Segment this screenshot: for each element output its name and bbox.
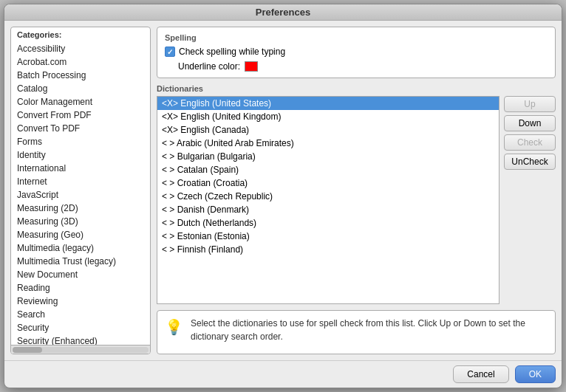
sidebar-item[interactable]: Search xyxy=(11,308,150,321)
sidebar-item[interactable]: Reviewing xyxy=(11,295,150,308)
sidebar-item[interactable]: New Document xyxy=(11,268,150,281)
dict-inner: <X> English (United States)<X> English (… xyxy=(157,96,556,304)
sidebar-item[interactable]: Forms xyxy=(11,135,150,148)
dict-list[interactable]: <X> English (United States)<X> English (… xyxy=(157,97,499,303)
sidebar-item[interactable]: Convert To PDF xyxy=(11,122,150,135)
underline-color-row: Underline color: xyxy=(178,61,548,72)
sidebar-item[interactable]: Measuring (Geo) xyxy=(11,228,150,241)
sidebar-item[interactable]: Internet xyxy=(11,175,150,188)
footer: Cancel OK xyxy=(4,360,562,388)
cancel-button[interactable]: Cancel xyxy=(453,365,508,383)
sidebar-item[interactable]: Security (Enhanced) xyxy=(11,334,150,345)
down-button[interactable]: Down xyxy=(504,115,556,131)
sidebar-item[interactable]: Multimedia (legacy) xyxy=(11,241,150,255)
main-content: Categories: AccessibilityAcrobat.comBatc… xyxy=(4,21,562,360)
dict-item[interactable]: < > Arabic (United Arab Emirates) xyxy=(157,137,499,150)
dict-item[interactable]: < > Catalan (Spain) xyxy=(157,163,499,176)
sidebar-scrollbar[interactable] xyxy=(11,345,150,354)
sidebar-item[interactable]: Accessibility xyxy=(11,42,150,55)
info-text: Select the dictionaries to use for spell… xyxy=(191,317,548,343)
sidebar-item[interactable]: Measuring (2D) xyxy=(11,202,150,215)
sidebar-item[interactable]: Security xyxy=(11,321,150,334)
sidebar-item[interactable]: JavaScript xyxy=(11,188,150,202)
check-button[interactable]: Check xyxy=(504,134,556,151)
titlebar: Preferences xyxy=(4,4,562,21)
sidebar-item[interactable]: Identity xyxy=(11,148,150,162)
sidebar-item[interactable]: Measuring (3D) xyxy=(11,215,150,228)
sidebar-item[interactable]: Color Management xyxy=(11,95,150,109)
underline-color-label: Underline color: xyxy=(178,61,240,72)
categories-list[interactable]: AccessibilityAcrobat.comBatch Processing… xyxy=(11,42,150,345)
dict-item[interactable]: < > Bulgarian (Bulgaria) xyxy=(157,150,499,163)
dict-item[interactable]: < > Czech (Czech Republic) xyxy=(157,190,499,203)
up-button[interactable]: Up xyxy=(504,96,556,112)
dict-item[interactable]: <X> English (Canada) xyxy=(157,123,499,137)
spelling-section: Spelling Check spelling while typing Und… xyxy=(157,27,556,78)
preferences-window: Preferences Categories: AccessibilityAcr… xyxy=(4,4,562,388)
sidebar-item[interactable]: Reading xyxy=(11,281,150,295)
dict-list-container: <X> English (United States)<X> English (… xyxy=(157,96,499,304)
info-section: 💡 Select the dictionaries to use for spe… xyxy=(157,310,556,354)
dict-item[interactable]: < > Danish (Denmark) xyxy=(157,203,499,216)
dict-item[interactable]: < > Finnish (Finland) xyxy=(157,243,499,256)
sidebar-item[interactable]: International xyxy=(11,162,150,175)
check-spelling-checkbox-area[interactable]: Check spelling while typing xyxy=(165,47,285,57)
bulb-icon: 💡 xyxy=(165,318,183,336)
h-scroll-thumb[interactable] xyxy=(13,347,42,353)
sidebar-item[interactable]: Multimedia Trust (legacy) xyxy=(11,255,150,268)
dictionaries-section-title: Dictionaries xyxy=(157,84,556,93)
window-title: Preferences xyxy=(256,7,310,18)
uncheck-button[interactable]: UnCheck xyxy=(504,154,556,170)
check-spelling-label: Check spelling while typing xyxy=(179,47,285,57)
main-panel: Spelling Check spelling while typing Und… xyxy=(157,27,556,354)
underline-color-swatch[interactable] xyxy=(245,61,258,72)
dict-buttons: Up Down Check UnCheck xyxy=(504,96,556,304)
dict-item[interactable]: < > Dutch (Netherlands) xyxy=(157,216,499,230)
dict-item[interactable]: <X> English (United States) xyxy=(157,97,499,110)
spelling-checkbox-row: Check spelling while typing xyxy=(165,47,548,57)
sidebar-item[interactable]: Batch Processing xyxy=(11,69,150,82)
dict-item[interactable]: < > Estonian (Estonia) xyxy=(157,230,499,243)
dict-item[interactable]: <X> English (United Kingdom) xyxy=(157,110,499,123)
spelling-section-title: Spelling xyxy=(165,33,548,42)
h-scroll-track[interactable] xyxy=(13,347,149,353)
categories-label: Categories: xyxy=(11,27,150,42)
dict-item[interactable]: < > Croatian (Croatia) xyxy=(157,176,499,190)
sidebar-item[interactable]: Catalog xyxy=(11,82,150,95)
check-spelling-checkbox[interactable] xyxy=(165,47,175,57)
sidebar-item[interactable]: Acrobat.com xyxy=(11,55,150,69)
ok-button[interactable]: OK xyxy=(515,365,556,383)
dictionaries-wrapper: Dictionaries <X> English (United States)… xyxy=(157,84,556,304)
sidebar-item[interactable]: Convert From PDF xyxy=(11,109,150,122)
sidebar: Categories: AccessibilityAcrobat.comBatc… xyxy=(10,27,151,354)
